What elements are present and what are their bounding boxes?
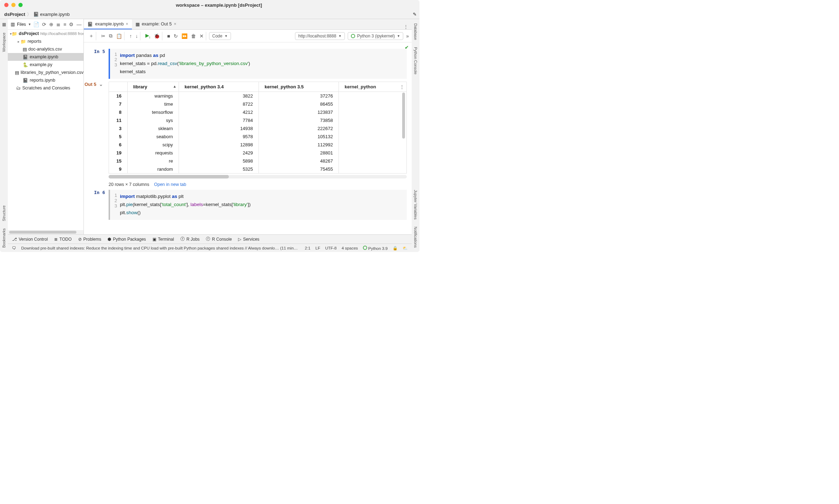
restart-kernel-button[interactable]: ↻ [174,33,178,39]
input-cell-6[interactable]: In 6 123 import matplotlib.pyplot as plt… [84,190,407,220]
table-horizontal-scrollbar[interactable] [109,175,407,178]
table-row[interactable]: 16warnings382237276 [109,92,406,100]
column-header[interactable]: library [127,82,179,92]
table-row[interactable]: 3sklearn14938222672 [109,124,406,133]
jupyter-variables-tool-button[interactable]: Jupyter Variables [413,188,418,221]
scratches-and-consoles[interactable]: 🗂 Scratches and Consoles [8,84,83,92]
notifications-tool-button[interactable]: Notifications [413,225,418,249]
r-console-tool-button[interactable]: ⓡ R Console [206,236,232,242]
table-row[interactable]: 9random532575455 [109,165,406,173]
add-file-icon[interactable]: 📄 [33,22,39,27]
close-tab-icon[interactable]: × [174,22,176,27]
r-jobs-tool-button[interactable]: ⓡ R Jobs [180,236,199,242]
breadcrumb-project[interactable]: dsProject [4,12,25,17]
tree-item[interactable]: 🐍example.py [8,61,83,69]
tree-item[interactable]: ▤libraries_by_python_version.csv [8,69,83,76]
chevron-down-icon[interactable]: ▼ [28,23,31,26]
interrupt-button[interactable]: ✕ [199,33,204,39]
table-row[interactable]: 19requests242928801 [109,149,406,157]
zoom-window-icon[interactable] [18,3,23,7]
inspection-ok-icon[interactable]: ✔ [405,45,409,50]
database-tool-button[interactable]: Database [413,22,418,41]
run-all-button[interactable]: ⏩ [181,33,187,39]
lock-icon[interactable]: 🔒 [393,246,398,251]
cell-prompt: In 5 [84,49,109,79]
table-menu-icon[interactable]: ⋮ [400,84,404,89]
table-row[interactable]: 7time872286455 [109,100,406,108]
column-header[interactable]: kernel_python [339,82,406,92]
stop-button[interactable]: ■ [167,33,170,39]
problems-tool-button[interactable]: ⊘ Problems [78,237,102,242]
edit-breadcrumb-icon[interactable]: ✎ [413,12,417,17]
structure-tool-button[interactable]: Structure [2,204,6,223]
debug-cell-button[interactable]: 🐞 [154,33,160,39]
move-up-button[interactable]: ↑ [129,33,132,39]
tree-root[interactable]: ▾ 📁 dsProject http://localhost:8888 from… [8,30,83,37]
input-cell-5[interactable]: In 5 123 import pandas as pdkernel_stats… [84,49,407,79]
hide-icon[interactable]: — [76,22,81,27]
ide-status-icon[interactable]: ⛅ [403,246,407,251]
output-cell-5: Out 5 ⌄ ⋮ librarykernel_python 3.4kernel… [84,82,407,187]
cut-button[interactable]: ✂ [101,33,105,39]
open-in-new-tab-link[interactable]: Open in new tab [154,182,186,187]
column-header[interactable]: kernel_python 3.4 [179,82,259,92]
terminal-tool-button[interactable]: ▣ Terminal [152,237,174,242]
notebook-editor[interactable]: ✔ In 5 123 import pandas as pdkernel_sta… [84,42,412,234]
project-horizontal-scrollbar[interactable] [8,230,83,234]
reload-icon[interactable]: ⟳ [42,22,46,27]
python-packages-tool-button[interactable]: ⬢ Python Packages [108,237,146,242]
clear-output-button[interactable]: 🗑 [191,33,196,39]
collapse-output-icon[interactable]: ⌄ [99,82,103,87]
version-control-tool-button[interactable]: ⎇ Version Control [12,237,48,242]
tree-item[interactable]: ▸📁reports [8,37,83,45]
kernel-status-icon [351,34,355,38]
table-row[interactable]: 15re589848267 [109,157,406,165]
close-tab-icon[interactable]: × [126,22,128,27]
collapse-all-icon[interactable]: ≡ [63,22,66,27]
services-tool-button[interactable]: ▷ Services [238,237,259,242]
file-encoding[interactable]: UTF-8 [325,246,337,250]
table-row[interactable]: 5seaborn9578105132 [109,133,406,141]
settings-icon[interactable]: ⚙ [69,22,74,27]
column-header[interactable]: kernel_python 3.5 [259,82,339,92]
locate-icon[interactable]: ⊕ [49,22,53,27]
paste-button[interactable]: 📋 [116,33,122,39]
table-row[interactable]: 6scipy12898112992 [109,141,406,149]
interpreter-widget[interactable]: Python 3.9 [363,246,388,251]
breadcrumb-file[interactable]: example.ipynb [40,12,70,17]
project-view-selector[interactable]: Files [17,22,26,27]
table-row[interactable]: 8tensorflow4212123837 [109,108,406,116]
run-cell-button[interactable]: ▶I [145,33,150,39]
close-window-icon[interactable] [4,3,8,7]
python-console-tool-button[interactable]: Python Console [413,46,418,76]
tree-item[interactable]: ▤doc-analytics.csv [8,45,83,53]
toolbar-more-icon[interactable]: » [406,33,409,39]
kernel-selector[interactable]: Python 3 (ipykernel)▼ [348,32,404,40]
tree-item[interactable]: 📓reports.ipynb [8,76,83,84]
table-vertical-scrollbar[interactable] [402,93,405,139]
scratches-icon: 🗂 [16,86,21,90]
tree-item[interactable]: 📓example.ipynb [8,53,83,61]
status-message[interactable]: Download pre-built shared indexes: Reduc… [21,246,300,250]
dataframe-output[interactable]: ⋮ librarykernel_python 3.4kernel_python … [109,82,407,174]
table-row[interactable]: 11sys778473858 [109,116,406,124]
expand-all-icon[interactable]: ≣ [56,22,60,27]
add-cell-button[interactable]: ＋ [89,33,94,39]
indent-settings[interactable]: 4 spaces [342,246,358,250]
todo-tool-button[interactable]: ≣ TODO [54,237,71,242]
bookmarks-tool-button[interactable]: Bookmarks [2,227,6,249]
status-message-icon[interactable]: 🗨 [12,246,16,250]
move-down-button[interactable]: ↓ [135,33,138,39]
editor-tab[interactable]: ▦example: Out 5× [132,19,180,29]
tabs-more-icon[interactable]: ⋮ [400,24,412,29]
minimize-window-icon[interactable] [11,3,16,7]
cell-type-selector[interactable]: Code▼ [209,32,231,40]
csv-icon: ▤ [15,70,19,75]
jupyter-server-selector[interactable]: http://localhost:8888▼ [295,32,345,40]
workspace-tool-button[interactable]: Workspace [2,31,6,53]
project-tree[interactable]: ▾ 📁 dsProject http://localhost:8888 from… [8,30,83,230]
line-separator[interactable]: LF [316,246,320,250]
copy-button[interactable]: ⧉ [109,33,112,39]
editor-tab[interactable]: 📓example.ipynb× [84,19,132,29]
caret-position[interactable]: 2:1 [305,246,311,250]
